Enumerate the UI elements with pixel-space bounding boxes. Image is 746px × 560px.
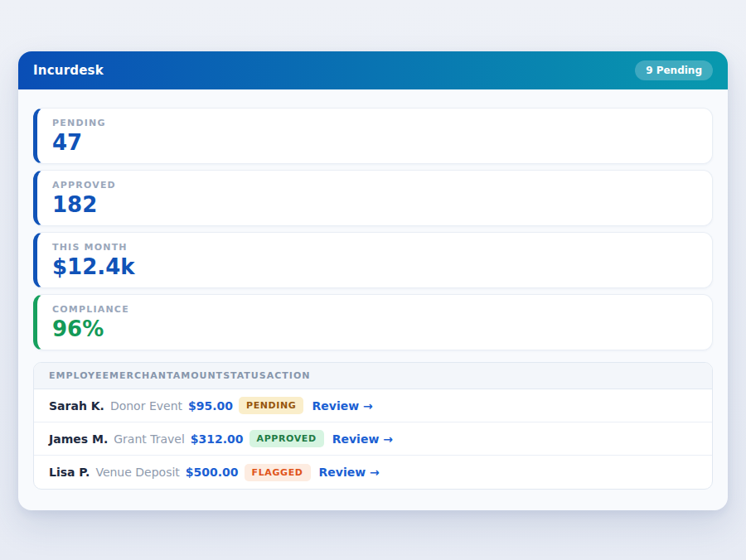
stat-card-this-month: THIS MONTH $12.4k: [33, 232, 713, 288]
review-link[interactable]: Review →: [312, 399, 372, 413]
review-link[interactable]: Review →: [319, 466, 380, 479]
column-header-action: ACTION: [267, 370, 311, 381]
table-row: James M. Grant Travel $312.00 APPROVED R…: [34, 422, 712, 456]
stat-value: $12.4k: [52, 255, 697, 279]
pending-count-badge: 9 Pending: [635, 60, 713, 80]
stat-value: 182: [52, 193, 697, 217]
column-header-status: STATUS: [223, 370, 267, 381]
table-row: Lisa P. Venue Deposit $500.00 FLAGGED Re…: [34, 456, 712, 489]
review-link[interactable]: Review →: [332, 432, 393, 446]
column-header-employee: EMPLOYEE: [49, 370, 109, 381]
expense-amount: $95.00: [188, 399, 233, 413]
app-title: Incurdesk: [33, 63, 104, 78]
expense-amount: $500.00: [186, 466, 239, 479]
column-header-amount: AMOUNT: [173, 370, 223, 381]
stat-card-approved: APPROVED 182: [33, 170, 713, 226]
table-row: Sarah K. Donor Event $95.00 PENDING Revi…: [34, 389, 712, 422]
main-content: PENDING 47 APPROVED 182 THIS MONTH $12.4…: [18, 89, 728, 504]
stat-label: PENDING: [52, 118, 697, 128]
app-card: Incurdesk 9 Pending PENDING 47 APPROVED …: [18, 51, 728, 510]
table-header-row: EMPLOYEEMERCHANTAMOUNTSTATUSACTION: [34, 363, 712, 389]
employee-name: Lisa P.: [49, 466, 90, 479]
stat-card-compliance: COMPLIANCE 96%: [33, 294, 713, 350]
status-badge: FLAGGED: [245, 464, 311, 481]
employee-name: James M.: [49, 432, 108, 446]
stat-label: THIS MONTH: [52, 242, 697, 253]
merchant-name: Grant Travel: [114, 432, 185, 446]
stat-card-pending: PENDING 47: [33, 108, 713, 164]
expense-amount: $312.00: [191, 432, 244, 446]
merchant-name: Venue Deposit: [95, 466, 179, 479]
stat-label: APPROVED: [52, 180, 697, 191]
status-badge: APPROVED: [249, 430, 324, 447]
stat-value: 96%: [52, 317, 697, 341]
app-header: Incurdesk 9 Pending: [18, 51, 728, 89]
stat-value: 47: [52, 131, 697, 155]
expenses-table: EMPLOYEEMERCHANTAMOUNTSTATUSACTION Sarah…: [33, 362, 713, 490]
merchant-name: Donor Event: [110, 399, 182, 413]
status-badge: PENDING: [239, 397, 303, 414]
employee-name: Sarah K.: [49, 399, 104, 413]
stat-label: COMPLIANCE: [52, 304, 697, 315]
column-header-merchant: MERCHANT: [109, 370, 173, 381]
